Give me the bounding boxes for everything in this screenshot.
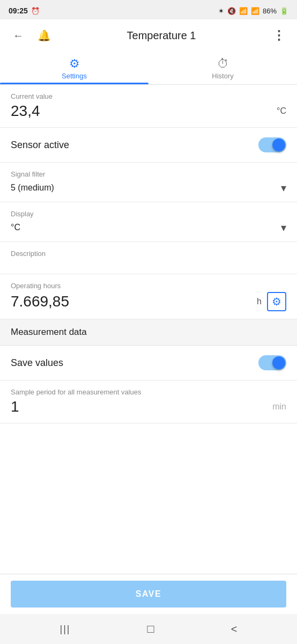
signal-filter-value-row: 5 (medium) ▾ — [11, 181, 286, 194]
more-icon: ⋮ — [272, 28, 285, 43]
bell-button[interactable]: 🔔 — [34, 26, 54, 45]
save-button-container: SAVE — [0, 574, 297, 614]
history-tab-label: History — [212, 72, 233, 80]
time-display: 09:25 — [9, 6, 28, 15]
operating-hours-row: Operating hours 7.669,85 h ⚙ — [0, 274, 297, 319]
current-value-row: 23,4 °C — [11, 103, 286, 120]
page-title: Temperature 1 — [60, 30, 263, 42]
current-value-label: Current value — [11, 92, 286, 100]
operating-hours-value: 7.669,85 — [11, 293, 69, 310]
display-value: °C — [11, 223, 20, 232]
nav-recents-icon[interactable]: ||| — [60, 624, 70, 635]
mute-icon: 🔇 — [227, 7, 236, 15]
settings-tab-icon: ⚙ — [69, 57, 80, 71]
display-dropdown-icon: ▾ — [281, 221, 286, 234]
operating-hours-gear-button[interactable]: ⚙ — [267, 292, 286, 311]
signal-icon: 📶 — [251, 7, 259, 15]
operating-hours-right: h ⚙ — [257, 292, 286, 311]
settings-tab-label: Settings — [62, 72, 87, 80]
save-toggle-thumb — [272, 356, 285, 369]
sample-period-unit: min — [272, 402, 286, 412]
nav-home-icon[interactable]: □ — [147, 622, 154, 636]
save-button[interactable]: SAVE — [11, 581, 286, 608]
settings-content: Current value 23,4 °C Sensor active Sign… — [0, 85, 297, 574]
battery-level: 86% — [263, 7, 277, 15]
gear-icon: ⚙ — [272, 295, 281, 308]
sample-period-label: Sample period for all measurement values — [11, 388, 286, 396]
display-value-row: °C ▾ — [11, 221, 286, 234]
description-label: Description — [11, 250, 286, 258]
status-bar: 09:25 ⏰ ✶ 🔇 📶 📶 86% 🔋 — [0, 0, 297, 19]
measurement-data-header: Measurement data — [0, 319, 297, 346]
signal-filter-label: Signal filter — [11, 170, 286, 178]
save-values-row: Save values — [0, 346, 297, 380]
sensor-active-toggle[interactable] — [258, 137, 286, 152]
app-bar: ← 🔔 Temperature 1 ⋮ — [0, 19, 297, 52]
tab-bar: ⚙ Settings ⏱ History — [0, 52, 297, 85]
tab-settings[interactable]: ⚙ Settings — [0, 52, 148, 84]
operating-hours-label: Operating hours — [11, 282, 286, 290]
sample-period-value-row: 1 min — [11, 398, 286, 415]
display-row[interactable]: Display °C ▾ — [0, 202, 297, 242]
description-row: Description — [0, 242, 297, 274]
nav-bar: ||| □ < — [0, 614, 297, 644]
status-time: 09:25 ⏰ — [9, 6, 40, 15]
wifi-icon: 📶 — [239, 7, 248, 15]
history-tab-icon: ⏱ — [217, 57, 229, 71]
current-value-section: Current value 23,4 °C — [0, 85, 297, 128]
status-icons: ✶ 🔇 📶 📶 86% 🔋 — [218, 7, 288, 15]
sensor-active-row: Sensor active — [0, 128, 297, 163]
nav-back-icon[interactable]: < — [231, 623, 237, 635]
tab-history[interactable]: ⏱ History — [148, 52, 297, 84]
sample-period-value: 1 — [11, 398, 19, 415]
operating-hours-value-row: 7.669,85 h ⚙ — [11, 292, 286, 311]
current-value-display: 23,4 — [11, 103, 40, 120]
alarm-icon: ⏰ — [31, 7, 40, 15]
back-button[interactable]: ← — [9, 26, 28, 45]
signal-filter-value: 5 (medium) — [11, 183, 54, 193]
sensor-active-label: Sensor active — [11, 140, 69, 151]
signal-filter-row[interactable]: Signal filter 5 (medium) ▾ — [0, 163, 297, 202]
save-values-label: Save values — [11, 357, 63, 369]
current-value-unit: °C — [277, 106, 286, 116]
battery-icon: 🔋 — [280, 7, 288, 15]
operating-hours-unit: h — [257, 297, 262, 306]
signal-filter-dropdown-icon: ▾ — [281, 181, 286, 194]
display-label: Display — [11, 210, 286, 218]
bell-icon: 🔔 — [38, 29, 51, 42]
more-button[interactable]: ⋮ — [269, 26, 288, 45]
back-icon: ← — [13, 30, 24, 42]
bluetooth-icon: ✶ — [218, 7, 224, 15]
sample-period-row: Sample period for all measurement values… — [0, 380, 297, 423]
save-values-toggle[interactable] — [258, 355, 286, 370]
toggle-thumb — [272, 138, 285, 151]
